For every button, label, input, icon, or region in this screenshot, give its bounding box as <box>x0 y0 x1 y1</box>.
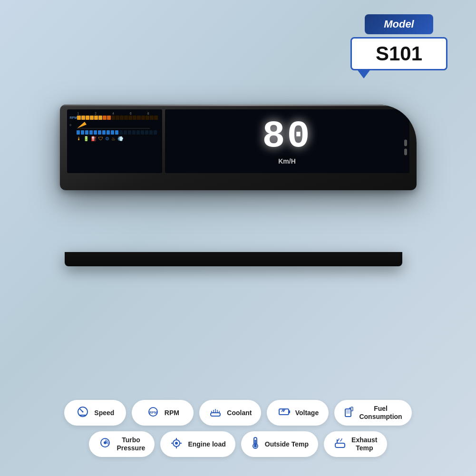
fuel-icon: ⛽ <box>91 136 97 141</box>
engine-load-icon <box>170 437 183 452</box>
speed-icon <box>76 406 89 420</box>
features-row-2: TurboPressure Engine load Outside Temp E… <box>19 431 457 457</box>
feature-speed: Speed <box>64 400 126 426</box>
rpm-needle-svg <box>76 121 150 129</box>
lcd-display: 12468 RPM <box>67 109 409 185</box>
svg-rect-20 <box>346 410 350 414</box>
thermo-icon: ♨ <box>111 136 116 141</box>
feature-outside-temp: Outside Temp <box>241 431 318 457</box>
rpm-label: RPM <box>70 116 78 119</box>
rpm-badge-icon: RPM <box>146 406 160 420</box>
svg-point-24 <box>104 441 107 444</box>
blue-bars <box>77 130 157 135</box>
outside-temp-icon <box>251 436 260 452</box>
feature-fuel: FuelConsumption <box>334 400 411 426</box>
svg-point-26 <box>175 442 178 445</box>
blue-corner-accent <box>357 69 371 78</box>
rpm-needle-row: 0 <box>70 121 159 129</box>
exhaust-temp-icon <box>333 437 347 452</box>
coolant-icon <box>209 405 222 420</box>
model-value-container: S101 <box>350 37 447 70</box>
outside-temp-label: Outside Temp <box>265 440 309 448</box>
shield-icon: 🛡 <box>98 136 103 141</box>
features-grid: Speed RPM RPM Coolant Voltage <box>19 400 457 457</box>
turbo-icon <box>98 437 112 452</box>
model-badge-area: Model S101 <box>350 14 447 70</box>
device-container: 12468 RPM <box>60 105 417 257</box>
feature-exhaust: ExhaustTemp <box>324 431 387 457</box>
svg-rect-35 <box>335 443 345 447</box>
feature-engine: Engine load <box>160 431 235 457</box>
fuel-label: FuelConsumption <box>359 405 402 421</box>
model-label: Model <box>365 14 433 34</box>
svg-marker-0 <box>77 122 87 128</box>
device-btn-1[interactable] <box>404 140 407 146</box>
rpm-scale-numbers: 12468 <box>77 112 150 115</box>
feature-turbo: TurboPressure <box>89 431 155 457</box>
exhaust-temp-label: ExhaustTemp <box>351 436 377 452</box>
speed-unit: Km/H <box>278 157 296 165</box>
speed-display: 80 <box>262 117 311 155</box>
feature-coolant: Coolant <box>199 400 261 426</box>
svg-text:RPM: RPM <box>149 411 157 414</box>
device-buttons <box>404 140 407 155</box>
lcd-right-panel: 80 Km/H <box>165 109 409 173</box>
feature-voltage: Voltage <box>267 400 329 426</box>
features-row-1: Speed RPM RPM Coolant Voltage <box>19 400 457 426</box>
fuel-badge-icon <box>344 405 354 420</box>
lcd-left-panel: 12468 RPM <box>67 109 162 173</box>
speed-label: Speed <box>94 409 114 417</box>
feature-rpm: RPM RPM <box>132 400 194 426</box>
temp-icon: 🌡 <box>77 136 81 141</box>
svg-point-4 <box>82 411 84 413</box>
battery-icon: 🔋 <box>83 136 89 141</box>
device-btn-2[interactable] <box>404 149 407 155</box>
model-value: S101 <box>376 42 422 65</box>
turbo-label: TurboPressure <box>117 436 145 452</box>
engine-load-label: Engine load <box>188 440 225 448</box>
svg-rect-14 <box>279 409 289 415</box>
status-icons-row: 🌡 🔋 ⛽ 🛡 ⚙ ♨ 💨 <box>70 136 159 141</box>
voltage-icon <box>277 406 291 420</box>
svg-rect-34 <box>254 440 256 445</box>
engine-icon: ⚙ <box>105 136 109 141</box>
device-base <box>65 252 402 266</box>
voltage-label: Voltage <box>295 409 319 417</box>
exhaust-icon-lcd: 💨 <box>117 136 123 141</box>
coolant-label: Coolant <box>227 409 252 417</box>
svg-rect-15 <box>289 410 290 413</box>
orange-bars <box>77 116 158 120</box>
svg-rect-21 <box>351 407 353 411</box>
rpm-label-badge: RPM <box>165 409 179 417</box>
svg-rect-8 <box>211 413 220 416</box>
device-body: 12468 RPM <box>60 105 417 190</box>
